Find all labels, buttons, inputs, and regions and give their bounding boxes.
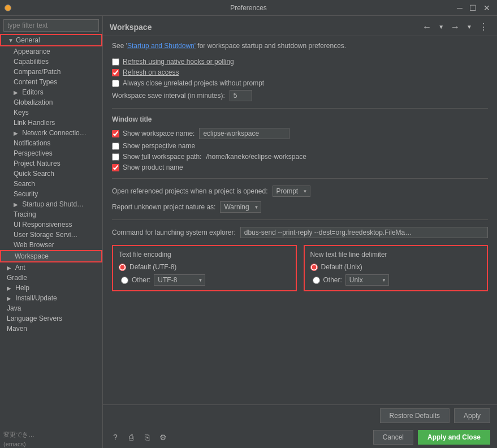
show-perspective-checkbox[interactable] <box>112 143 119 150</box>
delimiter-default-radio[interactable] <box>310 264 318 271</box>
report-unknown-label: Report unknown project nature as: <box>112 203 215 211</box>
footer-top: Restore Defaults Apply <box>103 405 497 427</box>
sidebar-item-install-update[interactable]: ▶ Install/Update <box>0 293 102 303</box>
expand-arrow-help: ▶ <box>7 285 11 291</box>
encoding-other-label: Other: <box>132 276 150 284</box>
footer-icons: ? ⎙ ⎘ ⚙ <box>110 432 168 443</box>
maximize-button[interactable]: ☐ <box>467 3 479 12</box>
sidebar-item-user-storage[interactable]: User Storage Servi… <box>0 230 102 240</box>
apply-button[interactable]: Apply <box>454 408 490 423</box>
show-full-path-row: Show full workspace path: /home/kaneko/e… <box>112 153 488 161</box>
encoding-other-radio[interactable] <box>121 277 128 284</box>
restore-defaults-button[interactable]: Restore Defaults <box>380 408 450 423</box>
import-icon[interactable]: ⎘ <box>141 432 153 443</box>
cancel-button[interactable]: Cancel <box>373 430 413 445</box>
settings-icon[interactable]: ⚙ <box>157 432 168 443</box>
apply-close-button[interactable]: Apply and Close <box>418 430 490 445</box>
show-full-path-label: Show full workspace path: <box>123 153 201 161</box>
delimiter-other-label: Other: <box>323 276 342 284</box>
sidebar-label-gradle: Gradle <box>7 274 27 282</box>
sidebar-item-notifications[interactable]: Notifications <box>0 138 102 148</box>
report-unknown-select[interactable]: Warning Error Info <box>220 201 261 213</box>
sidebar-label-security: Security <box>14 190 38 198</box>
close-button[interactable] <box>5 5 11 11</box>
sidebar-item-language-servers[interactable]: Language Servers <box>0 313 102 324</box>
startup-shutdown-link[interactable]: Startup and Shutdown' <box>127 42 196 50</box>
sidebar-item-help[interactable]: ▶ Help <box>0 283 102 293</box>
sidebar-item-project-natures[interactable]: Project Natures <box>0 158 102 169</box>
sidebar-item-general[interactable]: ▼ General <box>0 34 102 46</box>
save-interval-input[interactable] <box>230 90 252 101</box>
show-workspace-name-checkbox[interactable] <box>112 130 119 137</box>
refresh-access-checkbox[interactable] <box>112 69 119 76</box>
sidebar-label-content-types: Content Types <box>14 78 57 86</box>
nav-dropdown-back[interactable]: ▼ <box>436 23 446 31</box>
sidebar-item-compare-patch[interactable]: Compare/Patch <box>0 67 102 77</box>
show-product-name-checkbox[interactable] <box>112 164 119 171</box>
sidebar-item-tracing[interactable]: Tracing <box>0 209 102 219</box>
sidebar-item-ui-responsiveness[interactable]: UI Responsiveness <box>0 219 102 230</box>
delimiter-other-select[interactable]: Unix Windows Mac <box>345 274 389 286</box>
sidebar-item-java[interactable]: Java <box>0 303 102 313</box>
sidebar-label-workspace: Workspace <box>15 252 49 260</box>
minimize-button[interactable]: ─ <box>455 3 465 12</box>
sidebar-item-content-types[interactable]: Content Types <box>0 77 102 87</box>
nav-back-button[interactable]: ← <box>420 21 434 33</box>
filter-input[interactable] <box>3 19 99 32</box>
open-referenced-select[interactable]: Prompt Always Never <box>273 186 310 197</box>
content-header: Workspace ← ▼ → ▼ ⋮ <box>103 16 497 36</box>
sidebar-item-ant[interactable]: ▶ Ant <box>0 262 102 273</box>
sidebar-item-web-browser[interactable]: Web Browser <box>0 240 102 250</box>
export-icon[interactable]: ⎙ <box>126 432 137 443</box>
title-bar: Preferences ─ ☐ ✕ <box>0 0 497 16</box>
always-close-label: Always close unrelated projects without … <box>123 79 264 87</box>
header-nav: ← ▼ → ▼ ⋮ <box>420 20 490 33</box>
japanese-hint: 変更でき… <box>3 431 34 438</box>
expand-arrow-editors: ▶ <box>14 89 18 96</box>
japanese-hint2: (emacs) <box>3 441 26 447</box>
sidebar-label-help: Help <box>15 284 29 292</box>
refresh-native-checkbox[interactable] <box>112 58 119 66</box>
sidebar-label-language-servers: Language Servers <box>7 315 62 322</box>
explorer-input[interactable] <box>240 227 488 238</box>
sidebar-item-perspectives[interactable]: Perspectives <box>0 148 102 158</box>
sidebar-item-network-connection[interactable]: ▶ Network Connectio… <box>0 128 102 138</box>
sidebar-label-maven: Maven <box>7 325 27 333</box>
nav-forward-button[interactable]: → <box>448 21 462 33</box>
sidebar-item-keys[interactable]: Keys <box>0 107 102 118</box>
filter-input-wrap <box>0 16 102 34</box>
sidebar-item-maven[interactable]: Maven <box>0 324 102 334</box>
save-interval-row: Workspace save interval (in minutes): <box>112 90 488 101</box>
desc-post: for workspace startup and shutdown prefe… <box>196 42 346 50</box>
sidebar-item-capabilities[interactable]: Capabilities <box>0 57 102 67</box>
sidebar-item-appearance[interactable]: Appearance <box>0 46 102 57</box>
always-close-checkbox[interactable] <box>112 80 119 87</box>
close-x-button[interactable]: ✕ <box>481 3 492 12</box>
sidebar-item-editors[interactable]: ▶ Editors <box>0 87 102 97</box>
delimiter-other-radio[interactable] <box>313 277 320 284</box>
separator-2 <box>112 178 488 179</box>
sidebar-item-workspace[interactable]: Workspace <box>0 250 102 262</box>
nav-more-button[interactable]: ⋮ <box>477 20 490 33</box>
sidebar-item-search[interactable]: Search <box>0 179 102 189</box>
workspace-name-input[interactable] <box>199 128 289 139</box>
sidebar-item-link-handlers[interactable]: Link Handlers <box>0 118 102 128</box>
sidebar-label-ant: Ant <box>15 264 25 272</box>
sidebar-label-perspectives: Perspectives <box>14 149 53 157</box>
encoding-default-radio[interactable] <box>119 264 126 271</box>
help-icon[interactable]: ? <box>110 432 121 443</box>
sidebar-item-startup-shutdown[interactable]: ▶ Startup and Shutd… <box>0 199 102 209</box>
sidebar-item-security[interactable]: Security <box>0 189 102 199</box>
sidebar-item-quick-search[interactable]: Quick Search <box>0 169 102 179</box>
delimiter-other-select-wrap: Unix Windows Mac <box>345 274 389 286</box>
sidebar-item-globalization[interactable]: Globalization <box>0 97 102 107</box>
nav-dropdown-forward[interactable]: ▼ <box>464 23 474 31</box>
encoding-other-select[interactable]: UTF-8 UTF-16 ISO-8859-1 <box>154 274 205 286</box>
show-workspace-name-row: Show workspace name: <box>112 128 488 139</box>
line-delimiter-title: New text file line delimiter <box>310 251 482 259</box>
action-buttons: Cancel Apply and Close <box>373 430 490 445</box>
show-full-path-checkbox[interactable] <box>112 153 119 161</box>
sidebar-item-gradle[interactable]: Gradle <box>0 273 102 283</box>
sidebar-label-compare-patch: Compare/Patch <box>14 68 60 76</box>
open-referenced-label: Open referenced projects when a project … <box>112 187 268 195</box>
